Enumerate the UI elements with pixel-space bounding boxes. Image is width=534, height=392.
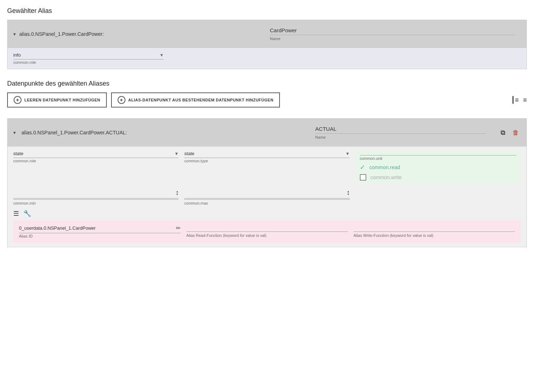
add-alias-icon: +: [118, 96, 125, 104]
section2-title: Datenpunkte des gewählten Aliases: [7, 80, 527, 87]
dp-unit-check-section: common.unit ✓ common.read common.write: [356, 151, 521, 183]
pencil-icon[interactable]: ✏: [176, 225, 181, 231]
alias-header-left: ▾ alias.0.NSPanel_1.Power.CardPower:: [13, 31, 258, 37]
dp-alias-write-input[interactable]: [353, 225, 515, 232]
add-empty-icon: +: [14, 96, 22, 104]
dp-delete-button[interactable]: 🗑: [511, 128, 521, 138]
dp-type-arrow[interactable]: ▼: [345, 151, 350, 156]
dp-read-item[interactable]: ✓ common.read: [360, 163, 516, 171]
dp-alias-grid: 0_userdata.0.NSPanel_1.CardPower ✏ Alias…: [19, 225, 515, 238]
spinner-down-icon[interactable]: ▼: [176, 193, 178, 196]
section1-title: Gewählter Alias: [7, 7, 527, 15]
dp-alias-id-field: 0_userdata.0.NSPanel_1.CardPower ✏ Alias…: [19, 225, 181, 238]
dp-max-spinner[interactable]: ▲ ▼: [347, 190, 350, 196]
dp-alias-read-field: Alias Read-Function (keyword for value i…: [186, 225, 348, 238]
add-alias-button[interactable]: + ALIAS-DATENPUNKT AUS BESTEHENDEM DATEN…: [111, 92, 280, 107]
alias-role-label: common.role: [13, 60, 164, 64]
alias-card-header: ▾ alias.0.NSPanel_1.Power.CardPower: Car…: [8, 20, 526, 48]
wrench-icon[interactable]: 🔧: [23, 210, 31, 217]
dp-role-value: state: [13, 151, 174, 156]
dp-alias-id-label: Alias ID: [19, 234, 181, 238]
spinner-down-icon2[interactable]: ▼: [347, 193, 350, 196]
dp-fields-row2: ▲ ▼ common.min ▲ ▼ common.max: [13, 189, 521, 205]
dp-role-select[interactable]: state ▼: [13, 151, 178, 158]
dp-alias-read-label: Alias Read-Function (keyword for value i…: [186, 233, 348, 238]
dp-copy-button[interactable]: ⧉: [498, 128, 508, 138]
dp-min-field: ▲ ▼ common.min: [13, 189, 178, 205]
dp-max-input-wrap: ▲ ▼: [184, 189, 349, 199]
alias-card-body: info ▼ common.role: [8, 48, 526, 69]
checkbox-box-icon: [360, 174, 366, 181]
dp-write-label: common.write: [371, 175, 402, 180]
dp-unit-label: common.unit: [360, 156, 516, 161]
dp-alias-write-field: Alias Write-Function (keyword for value …: [353, 225, 515, 238]
alias-role-field: info ▼ common.role: [13, 52, 164, 64]
dp-role-field: state ▼ common.role: [13, 151, 178, 183]
dp-read-label: common.read: [369, 164, 400, 170]
dp-type-value: state: [184, 151, 345, 156]
checkmark-icon: ✓: [360, 163, 365, 171]
buttons-row: + LEEREN DATENPUNKT HINZUFÜGEN + ALIAS-D…: [7, 92, 527, 107]
datapoint-card: ▾ alias.0.NSPanel_1.Power.CardPower.ACTU…: [7, 118, 527, 247]
dp-fields-row1: state ▼ common.role state ▼ common.type: [13, 151, 521, 183]
dp-card-body: state ▼ common.role state ▼ common.type: [8, 147, 526, 247]
alias-path: alias.0.NSPanel_1.Power.CardPower:: [19, 31, 104, 37]
dp-name-label: Name: [315, 135, 486, 139]
dp-empty-col: [356, 189, 521, 205]
alias-name-value: CardPower: [270, 27, 515, 35]
dp-path: alias.0.NSPanel_1.Power.CardPower.ACTUAL…: [22, 130, 127, 135]
alias-chevron-icon[interactable]: ▾: [13, 31, 16, 37]
dp-chevron-icon[interactable]: ▾: [13, 130, 16, 135]
alias-card: ▾ alias.0.NSPanel_1.Power.CardPower: Car…: [7, 20, 527, 69]
table-icon[interactable]: ☰: [13, 210, 19, 217]
alias-role-select[interactable]: info ▼: [13, 52, 164, 59]
dp-tools-row: ☰ 🔧: [13, 210, 521, 217]
dp-min-input[interactable]: [13, 189, 174, 196]
add-empty-label: LEEREN DATENPUNKT HINZUFÜGEN: [24, 98, 100, 102]
dp-alias-section: 0_userdata.0.NSPanel_1.CardPower ✏ Alias…: [13, 220, 521, 243]
dp-min-label: common.min: [13, 201, 178, 205]
dp-alias-read-input[interactable]: [186, 225, 348, 232]
dp-alias-id-value: 0_userdata.0.NSPanel_1.CardPower: [19, 225, 96, 231]
alias-name-section: CardPower Name: [264, 24, 521, 44]
alias-name-label: Name: [270, 37, 515, 41]
alias-role-arrow[interactable]: ▼: [159, 53, 164, 58]
add-alias-label: ALIAS-DATENPUNKT AUS BESTEHENDEM DATENPU…: [128, 98, 273, 102]
dp-header-actions: ⧉ 🗑: [498, 128, 521, 138]
menu-icon[interactable]: ≡: [523, 96, 527, 104]
dp-min-spinner[interactable]: ▲ ▼: [176, 190, 178, 196]
dp-write-item[interactable]: common.write: [360, 174, 516, 181]
dp-unit-input[interactable]: [360, 154, 516, 156]
dp-alias-id-wrap: 0_userdata.0.NSPanel_1.CardPower ✏: [19, 225, 181, 233]
dp-role-arrow[interactable]: ▼: [174, 151, 178, 156]
sort-icon[interactable]: ┃≡: [511, 96, 519, 104]
dp-max-input[interactable]: [184, 189, 345, 196]
dp-name-value: ACTUAL: [315, 126, 486, 134]
dp-unit-field: common.unit: [360, 154, 516, 161]
dp-name-section: ACTUAL Name: [310, 123, 492, 142]
add-empty-button[interactable]: + LEEREN DATENPUNKT HINZUFÜGEN: [7, 92, 107, 107]
dp-card-header: ▾ alias.0.NSPanel_1.Power.CardPower.ACTU…: [8, 119, 526, 147]
dp-alias-write-label: Alias Write-Function (keyword for value …: [353, 233, 515, 238]
dp-type-label: common.type: [184, 159, 349, 163]
alias-role-value: info: [13, 52, 159, 58]
toolbar-icons: ┃≡ ≡: [511, 96, 527, 104]
dp-type-field: state ▼ common.type: [184, 151, 349, 183]
dp-max-label: common.max: [184, 201, 349, 205]
dp-min-input-wrap: ▲ ▼: [13, 189, 178, 199]
dp-type-select[interactable]: state ▼: [184, 151, 349, 158]
dp-max-field: ▲ ▼ common.max: [184, 189, 349, 205]
dp-role-label: common.role: [13, 159, 178, 163]
